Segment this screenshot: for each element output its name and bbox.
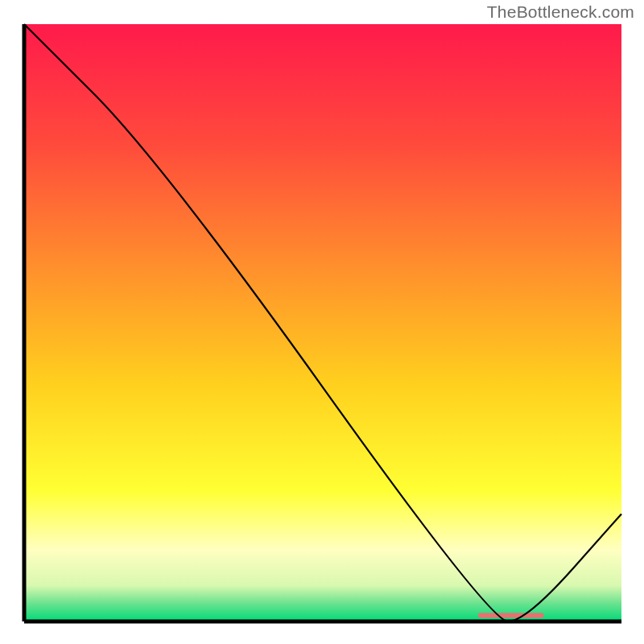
highlight-segment	[478, 613, 544, 618]
bottleneck-chart	[0, 0, 644, 644]
chart-container: { "watermark": "TheBottleneck.com", "cha…	[0, 0, 644, 644]
